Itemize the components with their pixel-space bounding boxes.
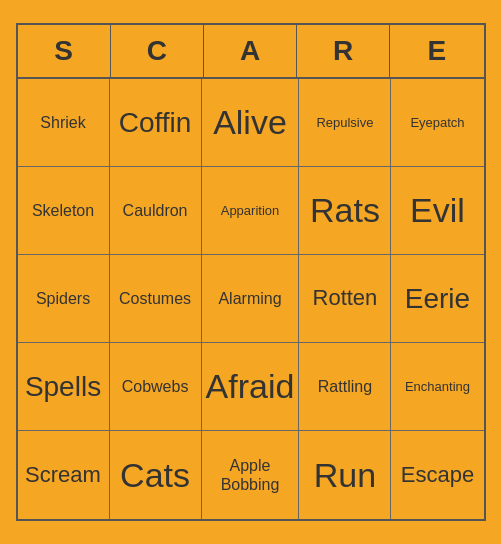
bingo-cell: Costumes (110, 255, 202, 343)
cell-text: AppleBobbing (221, 456, 280, 494)
cell-text: Rotten (313, 285, 378, 311)
cell-text: Alive (213, 102, 287, 143)
header-letter: C (111, 25, 204, 77)
cell-text: Costumes (119, 289, 191, 308)
bingo-cell: Escape (391, 431, 483, 519)
bingo-cell: Cauldron (110, 167, 202, 255)
cell-text: Scream (25, 462, 101, 488)
header-letter: A (204, 25, 297, 77)
bingo-cell: Spiders (18, 255, 110, 343)
cell-text: Cats (120, 455, 190, 496)
bingo-cell: Eerie (391, 255, 483, 343)
header-row: SCARE (18, 25, 484, 79)
bingo-cell: Coffin (110, 79, 202, 167)
bingo-grid: ShriekCoffinAliveRepulsiveEyepatchSkelet… (18, 79, 484, 519)
bingo-cell: Shriek (18, 79, 110, 167)
cell-text: Cobwebs (122, 377, 189, 396)
cell-text: Cauldron (123, 201, 188, 220)
cell-text: Spells (25, 370, 101, 404)
bingo-cell: AppleBobbing (202, 431, 300, 519)
bingo-card: SCARE ShriekCoffinAliveRepulsiveEyepatch… (16, 23, 486, 521)
cell-text: Run (314, 455, 376, 496)
bingo-cell: Alarming (202, 255, 300, 343)
bingo-cell: Rats (299, 167, 391, 255)
cell-text: Alarming (218, 289, 281, 308)
bingo-cell: Scream (18, 431, 110, 519)
cell-text: Enchanting (405, 379, 470, 395)
bingo-cell: Eyepatch (391, 79, 483, 167)
cell-text: Repulsive (316, 115, 373, 131)
cell-text: Rattling (318, 377, 372, 396)
bingo-cell: Skeleton (18, 167, 110, 255)
cell-text: Eyepatch (410, 115, 464, 131)
bingo-cell: Alive (202, 79, 300, 167)
bingo-cell: Run (299, 431, 391, 519)
cell-text: Rats (310, 190, 380, 231)
cell-text: Coffin (119, 106, 192, 140)
bingo-cell: Cobwebs (110, 343, 202, 431)
bingo-cell: Afraid (202, 343, 300, 431)
cell-text: Eerie (405, 282, 470, 316)
cell-text: Shriek (40, 113, 85, 132)
cell-text: Skeleton (32, 201, 94, 220)
bingo-cell: Enchanting (391, 343, 483, 431)
bingo-cell: Spells (18, 343, 110, 431)
bingo-cell: Repulsive (299, 79, 391, 167)
bingo-cell: Cats (110, 431, 202, 519)
cell-text: Escape (401, 462, 474, 488)
header-letter: S (18, 25, 111, 77)
cell-text: Afraid (206, 366, 295, 407)
cell-text: Evil (410, 190, 465, 231)
bingo-cell: Rattling (299, 343, 391, 431)
bingo-cell: Apparition (202, 167, 300, 255)
cell-text: Spiders (36, 289, 90, 308)
bingo-cell: Rotten (299, 255, 391, 343)
bingo-cell: Evil (391, 167, 483, 255)
header-letter: R (297, 25, 390, 77)
cell-text: Apparition (221, 203, 280, 219)
header-letter: E (390, 25, 483, 77)
